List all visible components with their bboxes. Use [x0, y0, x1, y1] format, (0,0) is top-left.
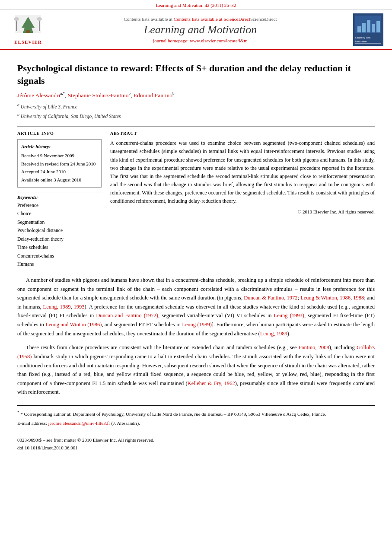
svg-rect-9	[357, 26, 361, 32]
svg-text:Learning and: Learning and	[355, 36, 370, 39]
ref-leung-1993b[interactable]: Leung (1993)	[274, 312, 304, 318]
ref-leung-winton-1988[interactable]: 1988	[353, 295, 364, 301]
svg-rect-3	[16, 19, 17, 31]
keyword-8: Humans	[17, 260, 102, 269]
ref-kelleher-fry-1962[interactable]: Kelleher & Fry, 1962	[188, 380, 235, 386]
svg-rect-11	[367, 20, 370, 32]
author-3[interactable]: Edmund Fantino	[134, 92, 172, 99]
keyword-1: Preference	[17, 201, 102, 210]
article-history-title: Article history:	[21, 143, 98, 151]
body-paragraph-2: These results from choice procedures are…	[17, 343, 375, 397]
author-1[interactable]: Jérôme Alessandri	[17, 92, 60, 99]
keyword-3: Segmentation	[17, 218, 102, 227]
keyword-5: Delay-reduction theory	[17, 235, 102, 244]
ref-fantino-2008[interactable]: Fantino, 2008	[299, 344, 329, 350]
elsevier-tree-icon	[11, 15, 45, 38]
corresponding-author-note: * * Corresponding author at: Department …	[17, 409, 375, 418]
journal-main-title: Learning and Motivation	[48, 23, 353, 36]
sciencedirect-link[interactable]: Contents lists available at ScienceDirec…	[174, 16, 250, 22]
abstract-column: ABSTRACT A concurrent-chains procedure w…	[110, 131, 375, 269]
article-info-column: ARTICLE INFO Article history: Received 9…	[17, 131, 102, 269]
ref-leung-1989c[interactable]: Leung, 1989	[260, 331, 287, 337]
journal-header: ELSEVIER Contents lists available at Con…	[0, 10, 392, 50]
keywords-list: Preference Choice Segmentation Psycholog…	[17, 201, 102, 269]
svg-rect-5	[39, 19, 40, 31]
body-paragraph-1: A number of studies with pigeons and hum…	[17, 276, 375, 338]
journal-cover-thumbnail: Learning and Motivation	[353, 13, 383, 46]
elsevier-brand-text: ELSEVIER	[14, 39, 42, 45]
author-3-sup: b	[172, 91, 175, 96]
author-2-sup: b	[128, 91, 131, 96]
homepage-label: journal homepage:	[153, 38, 188, 43]
doi-line: doi:10.1016/j.lmot.2010.06.001	[17, 444, 375, 452]
affiliation-2: b University of California, San Diego, U…	[17, 111, 375, 120]
email-label: E-mail address:	[17, 420, 47, 426]
svg-rect-10	[362, 23, 366, 32]
journal-reference-text: Learning and Motivation 42 (2011) 26–32	[156, 3, 236, 8]
abstract-label: ABSTRACT	[110, 131, 375, 136]
svg-rect-12	[372, 24, 375, 32]
authors-line: Jérôme Alessandria,*, Stephanie Stolarz-…	[17, 91, 375, 99]
author-2[interactable]: Stephanie Stolarz-Fantino	[68, 92, 129, 99]
email-line: E-mail address: jerome.alessandri@univ-l…	[17, 420, 375, 427]
keyword-4: Psychological distance	[17, 226, 102, 235]
svg-rect-13	[376, 21, 380, 32]
keyword-7: Concurrent-chains	[17, 252, 102, 261]
journal-title-area: Contents lists available at Contents lis…	[48, 16, 353, 43]
keyword-2: Choice	[17, 210, 102, 218]
issn-line: 0023-9690/$ – see front matter © 2010 El…	[17, 436, 375, 444]
author-1-sup: a,*	[60, 91, 65, 96]
affiliation-1: a University of Lille 3, France	[17, 102, 375, 111]
svg-text:Motivation: Motivation	[355, 40, 367, 43]
main-content-area: Psychological distance to reward: Effect…	[0, 50, 392, 460]
email-suffix: (J. Alessandri).	[112, 420, 140, 426]
history-item-4: Available online 3 August 2010	[21, 176, 98, 184]
elsevier-logo: ELSEVIER	[9, 15, 48, 45]
ref-leung-winton-1986b[interactable]: Leung and Winton (1986)	[45, 322, 102, 328]
ref-leung-1993[interactable]: 1993	[74, 304, 85, 310]
ref-leung-1989[interactable]: Leung, 1989	[43, 304, 71, 310]
author-email[interactable]: jerome.alessandri@univ-lille3.fr	[48, 420, 110, 426]
svg-point-4	[14, 17, 19, 21]
journal-reference-bar: Learning and Motivation 42 (2011) 26–32	[0, 0, 392, 10]
svg-point-6	[37, 17, 42, 21]
footnote-star: *	[17, 410, 19, 414]
history-item-3: Accepted 24 June 2010	[21, 168, 98, 176]
article-info-label: ARTICLE INFO	[17, 131, 102, 136]
footer-divider	[17, 432, 375, 432]
body-text-area: A number of studies with pigeons and hum…	[17, 276, 375, 397]
article-history-box: Article history: Received 9 November 200…	[17, 139, 102, 187]
keywords-title: Keywords:	[17, 192, 102, 200]
article-title: Psychological distance to reward: Effect…	[17, 62, 375, 87]
abstract-content: A concurrent-chains procedure was used t…	[110, 140, 375, 204]
article-info-abstract-section: ARTICLE INFO Article history: Received 9…	[17, 126, 375, 269]
journal-homepage-line: journal homepage: www.elsevier.com/locat…	[48, 38, 353, 43]
ref-duncan-fantino-1972[interactable]: Duncan & Fantino, 1972	[244, 295, 297, 301]
ref-leung-1989b[interactable]: Leung (1989)	[182, 322, 212, 328]
ref-duncan-fantino-1972b[interactable]: Duncan and Fantino (1972)	[96, 312, 158, 318]
history-item-1: Received 9 November 2009	[21, 152, 98, 160]
homepage-url[interactable]: www.elsevier.com/locate/l&m	[190, 38, 248, 43]
abstract-text: A concurrent-chains procedure was used t…	[110, 139, 375, 206]
keyword-6: Time schedules	[17, 243, 102, 252]
footer-area: * * Corresponding author at: Department …	[17, 405, 375, 452]
affiliations-block: a University of Lille 3, France b Univer…	[17, 102, 375, 120]
cover-image-icon: Learning and Motivation	[353, 13, 383, 46]
copyright-notice: © 2010 Elsevier Inc. All rights reserved…	[110, 209, 375, 214]
svg-rect-2	[26, 30, 30, 33]
ref-leung-winton-1986[interactable]: Leung & Winton, 1986	[300, 295, 351, 301]
keywords-box: Keywords: Preference Choice Segmentation…	[17, 192, 102, 269]
corresponding-author-text: * Corresponding author at: Department of…	[20, 411, 326, 417]
contents-available-line: Contents lists available at Contents lis…	[48, 16, 353, 22]
history-item-2: Received in revised form 24 June 2010	[21, 160, 98, 168]
